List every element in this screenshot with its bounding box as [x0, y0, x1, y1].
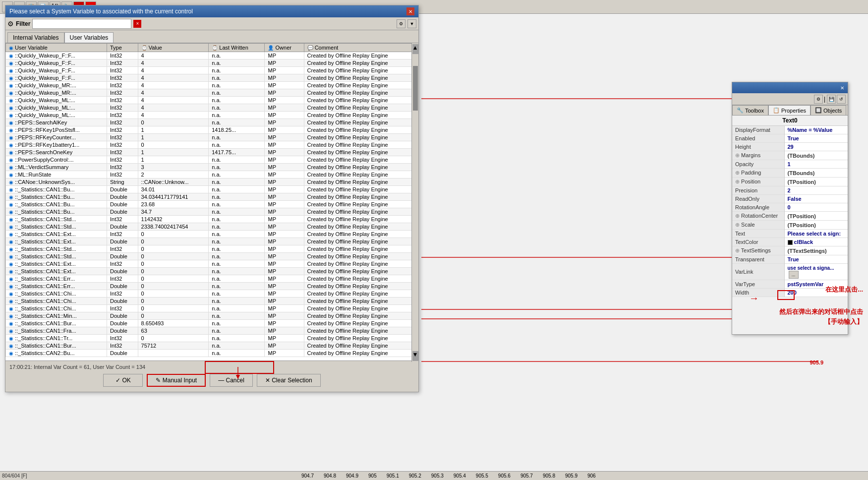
table-row[interactable]: ◉ ::_Statistics::CAN1::Std...Double2338.… — [6, 223, 418, 231]
col-header-variable[interactable]: ◉ User Variable — [6, 44, 107, 52]
scroll-down-btn[interactable]: ▼ — [412, 351, 418, 361]
table-row[interactable]: ◉ ::_Statistics::CAN2::Bu...Doublen.a.MP… — [6, 350, 418, 357]
table-row[interactable]: ◉ ::ML::RunStateInt322n.a.MPCreated by O… — [6, 171, 418, 179]
table-row[interactable]: ◉ ::_Statistics::CAN1::Bu...Double34.01n… — [6, 186, 418, 193]
table-row[interactable]: ◉ ::_Statistics::CAN1::Std...Double0n.a.… — [6, 253, 418, 260]
manual-input-button[interactable]: ✎ Manual Input — [147, 374, 206, 387]
table-row[interactable]: ◉ ::_Statistics::CAN1::Ext...Double0n.a.… — [6, 268, 418, 275]
props-row[interactable]: ⊕ Padding(TBounds) — [732, 169, 848, 178]
table-cell: 4 — [138, 82, 209, 89]
table-cell: 34.7 — [138, 208, 209, 216]
table-row[interactable]: ◉ ::Quickly_Wakeup_F::F...Int324n.a.MPCr… — [6, 74, 418, 82]
table-row[interactable]: ◉ ::_Statistics::CAN1::Chi...Int320n.a.M… — [6, 305, 418, 312]
props-row[interactable]: Opacity1 — [732, 160, 848, 169]
table-cell: Created by Offline Replay Engine — [304, 216, 418, 223]
props-row[interactable]: ⊕ Margins(TBounds) — [732, 151, 848, 160]
table-row[interactable]: ◉ ::Quickly_Wakeup_F::F...Int324n.a.MPCr… — [6, 67, 418, 74]
props-refresh-btn[interactable]: ↺ — [837, 95, 846, 104]
table-row[interactable]: ◉ ::Quickly_Wakeup_ML:...Int324n.a.MPCre… — [6, 97, 418, 104]
table-cell: ◉ ::_Statistics::CAN1::Bur... — [6, 320, 107, 327]
props-row[interactable]: TransparentTrue — [732, 255, 848, 264]
table-row[interactable]: ◉ ::_Statistics::CAN1::Ext...Int320n.a.M… — [6, 231, 418, 238]
scroll-up-btn[interactable]: ▲ — [412, 44, 418, 54]
col-header-type[interactable]: Type — [107, 44, 138, 52]
tab-objects[interactable]: 🔲 Objects — [810, 105, 846, 115]
col-header-last-written[interactable]: ⌚ Last Written — [209, 44, 265, 52]
varlink-browse-button[interactable]: ... — [789, 271, 799, 279]
table-row[interactable]: ◉ ::_Statistics::CAN1::Bu...Double34.034… — [6, 193, 418, 201]
props-row[interactable]: ReadOnlyFalse — [732, 195, 848, 203]
table-row[interactable]: ◉ ::_Statistics::CAN1::Bur...Int3275712n… — [6, 342, 418, 350]
tab-properties[interactable]: 📋 Properties — [768, 105, 810, 115]
table-row[interactable]: ◉ ::PEPS::RFKeyCounter...Int321n.a.MPCre… — [6, 134, 418, 141]
props-row[interactable]: ⊕ Position(TPosition) — [732, 178, 848, 186]
props-property-value[interactable]: use select a signa...... — [784, 264, 848, 280]
table-row[interactable]: ◉ ::_Statistics::CAN1::Bur...Double8.650… — [6, 320, 418, 327]
props-row[interactable]: Height29 — [732, 143, 848, 151]
table-row[interactable]: ◉ ::_Statistics::CAN1::Ext...Int320n.a.M… — [6, 260, 418, 268]
props-row[interactable]: RotationAngle0 — [732, 203, 848, 212]
filter-input[interactable] — [32, 19, 131, 29]
ok-button[interactable]: ✓ OK — [103, 374, 143, 387]
table-row[interactable]: ◉ ::_Statistics::CAN1::Bu...Double34.7n.… — [6, 208, 418, 216]
props-close-button[interactable]: ✕ — [839, 84, 846, 91]
cancel-button[interactable]: — Cancel — [210, 374, 253, 387]
props-property-value: (TPosition) — [784, 221, 848, 230]
props-row[interactable]: ⊕ TextSettings(TTextSettings) — [732, 246, 848, 255]
table-cell: Int32 — [107, 305, 138, 312]
props-property-name: Text — [732, 230, 784, 238]
clear-selection-button[interactable]: ✕ Clear Selection — [257, 374, 321, 387]
col-header-owner[interactable]: 👤 Owner — [265, 44, 304, 52]
table-row[interactable]: ◉ ::PEPS::RFKey1PosStsfl...Int3211418.25… — [6, 126, 418, 134]
props-row[interactable]: ⊕ RotationCenter(TPosition) — [732, 212, 848, 221]
props-row[interactable]: ⊕ Scale(TPosition) — [732, 221, 848, 230]
table-row[interactable]: ◉ ::ML::VerdictSummaryInt323n.a.MPCreate… — [6, 164, 418, 171]
props-row[interactable]: DisplayFormat%Name = %Value — [732, 126, 848, 134]
expand-btn[interactable]: ▼ — [407, 19, 416, 28]
table-row[interactable]: ◉ ::_Statistics::CAN1::Tr...Int320n.a.MP… — [6, 335, 418, 342]
table-row[interactable]: ◉ ::_Statistics::CAN1::Std...Int320n.a.M… — [6, 245, 418, 253]
scrollbar[interactable]: ▲ ▼ — [411, 43, 418, 362]
tab-toolbox[interactable]: 🔧 Toolbox — [732, 105, 768, 115]
table-row[interactable]: ◉ ::_Statistics::CAN1::Chi...Int320n.a.M… — [6, 290, 418, 298]
table-row[interactable]: ◉ ::_Statistics::CAN1::Err...Double0n.a.… — [6, 283, 418, 290]
table-row[interactable]: ◉ ::_Statistics::CAN1::Fra...Double63n.a… — [6, 327, 418, 335]
table-row[interactable]: ◉ ::_Statistics::CAN1::Err...Int320n.a.M… — [6, 275, 418, 283]
table-row[interactable]: ◉ ::Quickly_Wakeup_MR:...Int324n.a.MPCre… — [6, 89, 418, 97]
table-row[interactable]: ◉ ::Quickly_Wakeup_F::F...Int324n.a.MPCr… — [6, 60, 418, 67]
table-row[interactable]: ◉ ::_Statistics::CAN1::Chi...Double0n.a.… — [6, 298, 418, 305]
table-row[interactable]: ◉ ::PEPS::SearchAlKeyInt320n.a.MPCreated… — [6, 119, 418, 126]
table-row[interactable]: ◉ ::_Statistics::CAN1::Min...Double0n.a.… — [6, 312, 418, 320]
tab-internal-variables[interactable]: Internal Variables — [7, 32, 64, 43]
table-row[interactable]: ◉ ::PEPS::RFKey1battery1...Int320n.a.MPC… — [6, 141, 418, 149]
props-settings-btn[interactable]: ⚙ — [814, 95, 823, 104]
table-cell: Created by Offline Replay Engine — [304, 164, 418, 171]
table-row[interactable]: ◉ ::Quickly_Wakeup_ML:...Int324n.a.MPCre… — [6, 104, 418, 112]
table-row[interactable]: ◉ ::CANoe::UnknownSys...String::CANoe::U… — [6, 179, 418, 186]
dialog-close-button[interactable]: ✕ — [406, 7, 414, 15]
table-row[interactable]: ◉ ::PowerSupplyControl:...Int321n.a.MPCr… — [6, 156, 418, 164]
props-row[interactable]: EnabledTrue — [732, 134, 848, 143]
table-row[interactable]: ◉ ::_Statistics::CAN1::Bu...Double23.68n… — [6, 201, 418, 208]
table-row[interactable]: ◉ ::Quickly_Wakeup_MR:...Int324n.a.MPCre… — [6, 82, 418, 89]
scroll-thumb[interactable] — [413, 66, 418, 111]
col-header-comment[interactable]: 💬 Comment — [304, 44, 418, 52]
table-row[interactable]: ◉ ::Quickly_Wakeup_F::F...Int324n.a.MPCr… — [6, 52, 418, 60]
table-row[interactable]: ◉ ::Quickly_Wakeup_ML:...Int324n.a.MPCre… — [6, 112, 418, 119]
table-cell: MP — [265, 320, 304, 327]
props-row[interactable]: TextColorclBlack — [732, 238, 848, 246]
filter-clear-button[interactable]: × — [133, 20, 141, 28]
table-row[interactable]: ◉ ::PEPS::SearchOneKeyInt3211417.75...MP… — [6, 149, 418, 156]
props-row[interactable]: VarLinkuse select a signa...... — [732, 264, 848, 280]
props-row[interactable]: Precision2 — [732, 186, 848, 195]
variable-table-container[interactable]: ◉ User Variable Type ⌚ Value ⌚ Last Writ… — [5, 43, 418, 360]
settings-btn[interactable]: ⚙ — [397, 19, 405, 28]
col-header-value[interactable]: ⌚ Value — [138, 44, 209, 52]
tab-user-variables[interactable]: User Variables — [64, 32, 114, 43]
table-row[interactable]: ◉ ::_Statistics::CAN1::Ext...Double0n.a.… — [6, 238, 418, 245]
table-row[interactable]: ◉ ::_Statistics::CAN1::Std...Int32114243… — [6, 216, 418, 223]
table-cell: Int32 — [107, 67, 138, 74]
props-row[interactable]: TextPlease select a sign: — [732, 230, 848, 238]
table-cell: 75712 — [138, 342, 209, 350]
props-save-btn[interactable]: 💾 — [827, 95, 836, 104]
